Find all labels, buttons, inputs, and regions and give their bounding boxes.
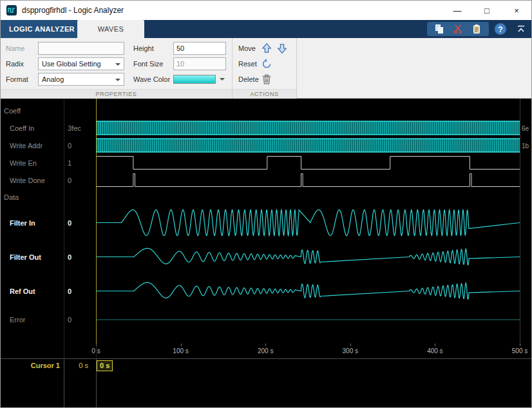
signal-value-write-done: 0 [68, 177, 71, 184]
plot-right-edge [520, 99, 520, 344]
time-axis-label: 500 s [512, 347, 527, 355]
titlebar: dspprogfirhdl - Logic Analyzer — □ × [1, 1, 531, 20]
quick-access-toolbar [427, 22, 489, 36]
reset-label: Reset [238, 57, 257, 70]
chevron-down-icon [115, 63, 120, 66]
time-axis-label: 300 s [343, 347, 358, 355]
signal-name-error[interactable]: Error [10, 316, 25, 324]
waveform-plot[interactable] [96, 99, 520, 358]
maximize-button[interactable]: □ [472, 1, 502, 20]
actions-section-label: ACTIONS [233, 89, 296, 99]
properties-section-label: PROPERTIES [1, 89, 232, 99]
signal-name-write-addr[interactable]: Write Addr [10, 142, 43, 150]
toolstrip-tabbar: LOGIC ANALYZER WAVES ? [1, 20, 531, 38]
waves-toolbar: Name Radix Use Global Setting Format Ana… [1, 38, 531, 99]
delete-label: Delete [238, 73, 259, 86]
cursor-panel: Cursor 1 0 s 0 s [1, 358, 532, 408]
signal-name-data[interactable]: Data [4, 193, 19, 201]
signal-value-ref-out: 0 [68, 287, 71, 295]
height-label: Height [133, 42, 154, 55]
cursor-label[interactable]: Cursor 1 [1, 362, 60, 369]
tab-waves[interactable]: WAVES [77, 20, 144, 38]
delete-icon[interactable] [261, 73, 272, 85]
time-axis-tick [96, 344, 97, 346]
wave-color-label: Wave Color [133, 73, 170, 86]
format-value: Analog [42, 75, 64, 83]
time-axis-tick [350, 344, 351, 346]
time-axis-tick [265, 344, 266, 346]
signal-value-coeff-in: 3fec [68, 124, 81, 132]
cut-icon[interactable] [453, 24, 463, 34]
time-axis-tick [181, 344, 182, 346]
logic-analyzer-window: dspprogfirhdl - Logic Analyzer — □ × LOG… [0, 0, 532, 408]
help-icon[interactable]: ? [494, 23, 507, 35]
time-axis-tick [435, 344, 435, 346]
height-input[interactable] [173, 42, 226, 55]
signal-value-write-addr: 0 [68, 142, 71, 150]
signal-name-coeff-in[interactable]: Coeff In [10, 124, 34, 132]
names-values-divider [64, 99, 64, 358]
format-dropdown[interactable]: Analog [38, 73, 124, 86]
name-label: Name [6, 42, 24, 55]
window-controls: — □ × [442, 1, 531, 20]
font-size-input [173, 57, 226, 70]
app-icon [6, 5, 17, 15]
cursor-marker[interactable]: 0 s [97, 360, 113, 371]
close-button[interactable]: × [502, 1, 531, 20]
time-axis-label: 400 s [427, 347, 442, 355]
move-down-icon[interactable] [276, 43, 288, 54]
actions-section: Move Reset Delete ACTIONS [233, 38, 297, 99]
time-axis-label: 200 s [258, 347, 273, 355]
signal-name-write-en[interactable]: Write En [10, 159, 37, 167]
signal-value-filter-out: 0 [68, 253, 71, 261]
minimize-button[interactable]: — [442, 1, 472, 20]
time-axis-label: 0 s [91, 347, 100, 355]
time-axis-tick [520, 344, 520, 346]
signal-name-write-done[interactable]: Write Done [10, 177, 45, 184]
name-input [38, 42, 124, 55]
signal-name-filter-in[interactable]: Filter In [10, 219, 35, 227]
window-title: dspprogfirhdl - Logic Analyzer [22, 6, 124, 15]
wave-color-swatch[interactable] [173, 75, 216, 84]
signal-value-filter-in: 0 [68, 219, 71, 227]
tab-logic-analyzer[interactable]: LOGIC ANALYZER [1, 20, 83, 38]
move-up-icon[interactable] [261, 43, 272, 54]
signal-value-error: 0 [68, 316, 71, 324]
font-size-label: Font Size [133, 57, 163, 70]
move-label: Move [238, 42, 256, 55]
radix-dropdown[interactable]: Use Global Setting [38, 57, 124, 70]
cursor-time-value: 0 s [64, 362, 92, 369]
signal-name-filter-out[interactable]: Filter Out [10, 253, 41, 261]
wave-panel[interactable]: CoeffCoeff In3fec6eWrite Addr01bWrite En… [1, 99, 532, 358]
format-label: Format [6, 73, 28, 86]
wave-color-dropdown-icon[interactable] [220, 78, 225, 81]
signal-value-write-en: 1 [68, 159, 71, 167]
properties-section: Name Radix Use Global Setting Format Ana… [1, 38, 233, 99]
paste-icon[interactable] [471, 24, 482, 34]
time-axis-label: 100 s [173, 347, 188, 355]
bus-end-value-write-addr: 1b [522, 142, 529, 149]
radix-label: Radix [6, 57, 24, 70]
radix-value: Use Global Setting [42, 60, 101, 68]
reset-icon[interactable] [261, 58, 272, 70]
signal-name-coeff[interactable]: Coeff [4, 107, 21, 115]
chevron-down-icon [115, 79, 120, 81]
copy-icon[interactable] [434, 24, 444, 34]
svg-text:?: ? [498, 25, 502, 34]
signal-name-ref-out[interactable]: Ref Out [10, 287, 35, 295]
bus-end-value-coeff-in: 6e [522, 124, 529, 131]
collapse-toolstrip-icon[interactable] [516, 24, 526, 34]
